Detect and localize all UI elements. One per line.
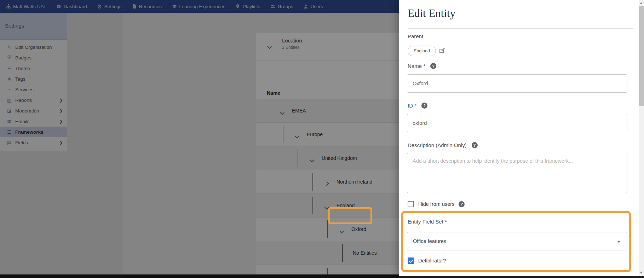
drawer-scrollbar[interactable] <box>639 0 644 276</box>
entity-field-set-select[interactable]: Office features <box>407 232 627 250</box>
id-input[interactable] <box>407 114 627 132</box>
scrollbar-thumb[interactable] <box>639 6 644 106</box>
help-icon[interactable]: ? <box>459 201 465 207</box>
id-label: ID * <box>408 103 416 109</box>
hide-from-users-row[interactable]: Hide from users ? <box>408 201 465 207</box>
dropdown-caret-icon <box>617 241 621 243</box>
parent-value-chip[interactable]: England <box>408 46 436 56</box>
name-label: Name * <box>408 63 425 69</box>
defiblirator-label: Defiblirator? <box>418 258 446 263</box>
scroll-up-arrow-icon[interactable] <box>640 2 643 4</box>
edit-parent-icon[interactable] <box>439 47 445 54</box>
id-field-label-row: ID * ? <box>408 103 427 109</box>
parent-field-label-row: Parent <box>408 33 423 39</box>
description-textarea[interactable] <box>407 153 627 193</box>
defiblirator-checkbox[interactable] <box>408 257 414 264</box>
scroll-down-arrow-icon[interactable] <box>640 272 643 274</box>
name-field-label-row: Name * ? <box>408 63 436 69</box>
description-label: Description (Admin Only) <box>408 142 467 148</box>
divider <box>408 28 633 29</box>
drawer-title: Edit Entity <box>408 7 455 20</box>
defiblirator-row[interactable]: Defiblirator? <box>408 257 446 264</box>
help-icon[interactable]: ? <box>472 142 478 148</box>
modal-backdrop[interactable] <box>0 0 399 278</box>
hide-from-users-label: Hide from users <box>418 201 454 207</box>
entity-field-set-label-row: Entity Field Set * <box>408 219 447 225</box>
entity-field-set-selected-value: Office features <box>413 238 446 244</box>
hide-from-users-checkbox[interactable] <box>408 201 414 207</box>
entity-field-set-label: Entity Field Set * <box>408 219 447 225</box>
edit-entity-drawer: Edit Entity Parent England Name * ? ID *… <box>399 0 639 276</box>
help-icon[interactable]: ? <box>430 63 436 69</box>
description-field-label-row: Description (Admin Only) ? <box>408 142 478 148</box>
application-window: Matt Watts UAT Dashboard ⚙ Settings Reso… <box>0 0 644 278</box>
name-input[interactable] <box>407 74 627 93</box>
help-icon[interactable]: ? <box>421 103 427 109</box>
parent-label: Parent <box>408 33 423 39</box>
